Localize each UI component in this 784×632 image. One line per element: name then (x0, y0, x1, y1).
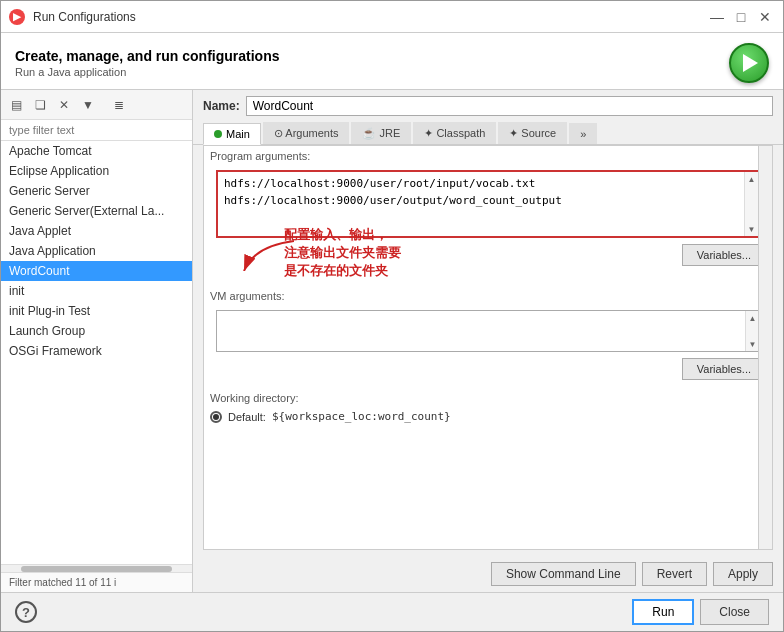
default-radio[interactable] (210, 411, 222, 423)
list-item[interactable]: OSGi Framework (1, 341, 192, 361)
maximize-button[interactable]: □ (731, 7, 751, 27)
vm-args-container: ▲ ▼ Variables... (210, 306, 766, 356)
sidebar-footer: Filter matched 11 of 11 i (1, 572, 192, 592)
window-title: Run Configurations (33, 10, 136, 24)
program-args-scrollbar[interactable]: ▲ ▼ (744, 172, 758, 236)
apply-button[interactable]: Apply (713, 562, 773, 586)
footer-bar: ? Run Close (1, 592, 783, 631)
tab-jre-label: ☕ JRE (362, 127, 400, 140)
header-subtitle: Run a Java application (15, 66, 280, 78)
close-button[interactable]: Close (700, 599, 769, 625)
list-item[interactable]: Java Application (1, 241, 192, 261)
variables-button-2[interactable]: Variables... (682, 358, 766, 380)
list-item[interactable]: Eclipse Application (1, 161, 192, 181)
right-panel: Name: Main ⊙ Arguments ☕ JRE ✦ Classpath (193, 90, 783, 592)
delete-button[interactable]: ✕ (53, 94, 75, 116)
app-icon: ▶ (9, 9, 25, 25)
list-item[interactable]: Generic Server(External La... (1, 201, 192, 221)
sidebar: ▤ ❏ ✕ ▼ ≣ Apache Tomcat Eclipse Applicat… (1, 90, 193, 592)
default-radio-label: Default: (228, 411, 266, 423)
filter-button[interactable]: ▼ (77, 94, 99, 116)
run-configurations-window: ▶ Run Configurations — □ ✕ Create, manag… (0, 0, 784, 632)
title-bar: ▶ Run Configurations — □ ✕ (1, 1, 783, 33)
tab-arguments[interactable]: ⊙ Arguments (263, 122, 350, 144)
program-args-area[interactable]: hdfs://localhost:9000/user/root/input/vo… (216, 170, 760, 238)
tab-jre[interactable]: ☕ JRE (351, 122, 411, 144)
list-item[interactable]: init Plug-in Test (1, 301, 192, 321)
annotation-spacer: 配置输入、输出， 注意输出文件夹需要 是不存在的文件夹 (204, 246, 772, 286)
tab-source[interactable]: ✦ Source (498, 122, 567, 144)
show-command-line-button[interactable]: Show Command Line (491, 562, 636, 586)
filter-input[interactable] (1, 120, 192, 141)
name-label: Name: (203, 99, 240, 113)
header-title: Create, manage, and run configurations (15, 48, 280, 64)
main-tab-icon (214, 130, 222, 138)
program-args-container: hdfs://localhost:9000/user/root/input/vo… (210, 166, 766, 242)
sidebar-scrollbar[interactable] (1, 564, 192, 572)
program-args-line2: hdfs://localhost:9000/user/output/word_c… (224, 193, 752, 210)
program-args-text: hdfs://localhost:9000/user/root/input/vo… (218, 172, 758, 213)
header-top: Create, manage, and run configurations R… (15, 43, 769, 83)
list-item[interactable]: Generic Server (1, 181, 192, 201)
run-button[interactable]: Run (632, 599, 694, 625)
vm-args-scrollbar[interactable]: ▲ ▼ (745, 311, 759, 351)
tab-arguments-label: ⊙ Arguments (274, 127, 339, 140)
main-content: ▤ ❏ ✕ ▼ ≣ Apache Tomcat Eclipse Applicat… (1, 90, 783, 592)
collapse-button[interactable]: ≣ (108, 94, 130, 116)
title-bar-left: ▶ Run Configurations (9, 9, 136, 25)
vm-args-label: VM arguments: (204, 286, 772, 304)
list-item-wordcount[interactable]: WordCount (1, 261, 192, 281)
bottom-buttons: Show Command Line Revert Apply (193, 556, 783, 592)
run-config-button[interactable] (729, 43, 769, 83)
panel-scrollbar[interactable] (758, 146, 772, 549)
new-config-button[interactable]: ▤ (5, 94, 27, 116)
name-input[interactable] (246, 96, 773, 116)
tab-more-label: » (580, 128, 586, 140)
revert-button[interactable]: Revert (642, 562, 707, 586)
header-section: Create, manage, and run configurations R… (1, 33, 783, 90)
program-args-label: Program arguments: (204, 146, 772, 164)
tab-classpath-label: ✦ Classpath (424, 127, 485, 140)
default-value: ${workspace_loc:word_count} (272, 410, 451, 423)
sidebar-toolbar: ▤ ❏ ✕ ▼ ≣ (1, 90, 192, 120)
vm-args-area[interactable]: ▲ ▼ (216, 310, 760, 352)
list-item[interactable]: Launch Group (1, 321, 192, 341)
panel-body: Program arguments: hdfs://localhost:9000… (203, 145, 773, 550)
list-item[interactable]: Apache Tomcat (1, 141, 192, 161)
scroll-up-arrow[interactable]: ▲ (745, 172, 759, 186)
tabs-bar: Main ⊙ Arguments ☕ JRE ✦ Classpath ✦ Sou… (193, 122, 783, 145)
close-button[interactable]: ✕ (755, 7, 775, 27)
default-radio-row: Default: ${workspace_loc:word_count} (210, 408, 766, 425)
window-controls: — □ ✕ (707, 7, 775, 27)
working-dir-label: Working directory: (210, 392, 766, 404)
header-text: Create, manage, and run configurations R… (15, 48, 280, 78)
list-item[interactable]: init (1, 281, 192, 301)
tab-source-label: ✦ Source (509, 127, 556, 140)
tab-classpath[interactable]: ✦ Classpath (413, 122, 496, 144)
tab-main[interactable]: Main (203, 123, 261, 145)
duplicate-button[interactable]: ❏ (29, 94, 51, 116)
name-row: Name: (193, 90, 783, 122)
footer-buttons: Run Close (632, 599, 769, 625)
tab-main-label: Main (226, 128, 250, 140)
working-dir-section: Working directory: Default: ${workspace_… (204, 388, 772, 429)
scroll-down-arrow[interactable]: ▼ (745, 222, 759, 236)
help-button[interactable]: ? (15, 601, 37, 623)
program-args-line1: hdfs://localhost:9000/user/root/input/vo… (224, 176, 752, 193)
list-item[interactable]: Java Applet (1, 221, 192, 241)
minimize-button[interactable]: — (707, 7, 727, 27)
sidebar-list: Apache Tomcat Eclipse Application Generi… (1, 141, 192, 564)
scrollbar-thumb (21, 566, 172, 572)
tab-more[interactable]: » (569, 123, 597, 144)
